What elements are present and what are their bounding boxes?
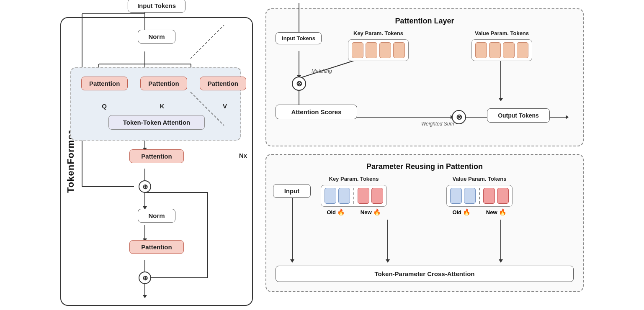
left-norm2: Norm <box>138 209 175 223</box>
param-reusing-title: Parameter Reusing in Pattention <box>276 162 574 171</box>
main-diagram: TokenFormer <box>0 0 644 310</box>
svg-text:⊗: ⊗ <box>296 79 302 88</box>
label-v: V <box>214 102 235 110</box>
svg-point-55 <box>452 110 466 124</box>
svg-marker-44 <box>297 75 301 78</box>
svg-marker-47 <box>499 98 503 101</box>
label-q: Q <box>94 102 115 110</box>
value-param-tokens-group: Value Param. Tokens <box>471 30 532 61</box>
val-new-1 <box>483 188 495 204</box>
svg-point-48 <box>292 77 306 90</box>
key-new-fire: 🔥 <box>373 208 381 216</box>
val-token-1 <box>475 42 487 58</box>
key-token-4 <box>393 42 405 58</box>
key-divider <box>353 188 354 204</box>
nx-label: Nx <box>239 152 247 159</box>
svg-text:⊕: ⊕ <box>142 274 148 282</box>
val-new-fire: 🔥 <box>499 208 507 216</box>
key-token-row <box>348 39 409 61</box>
val-old-1 <box>450 188 462 204</box>
val-old-label: Old <box>452 209 461 215</box>
key-old-1 <box>325 188 336 204</box>
br-key-param-group: Key Param. Tokens Old 🔥 <box>321 176 387 216</box>
label-k: K <box>152 102 173 110</box>
val-old-2 <box>464 188 476 204</box>
svg-marker-31 <box>143 272 147 276</box>
left-input-tokens: Input Tokens <box>128 0 185 13</box>
svg-point-24 <box>139 181 151 192</box>
svg-text:Matching: Matching <box>312 68 332 74</box>
value-token-row <box>471 39 532 61</box>
token-token-attention: Token-Token Attention <box>108 115 205 130</box>
key-old-2 <box>338 188 350 204</box>
val-token-3 <box>503 42 515 58</box>
val-new-2 <box>497 188 509 204</box>
svg-point-35 <box>139 272 151 284</box>
br-value-param-group: Value Param. Tokens Old 🔥 <box>446 176 513 216</box>
key-new-label: New <box>361 209 372 215</box>
param-reusing-panel: Parameter Reusing in Pattention Input Ke… <box>265 154 584 292</box>
val-divider <box>479 188 480 204</box>
key-param-tokens-group: Key Param. Tokens <box>348 30 409 61</box>
pattention-k: Pattention <box>140 77 187 90</box>
svg-marker-68 <box>499 259 503 263</box>
output-tokens-box: Output Tokens <box>487 108 550 123</box>
svg-marker-66 <box>386 259 390 263</box>
svg-marker-20 <box>143 181 147 184</box>
pattention-v: Pattention <box>200 77 246 90</box>
svg-marker-62 <box>566 115 569 119</box>
right-panels: Pattention Layer ⊗ Matching <box>265 8 584 292</box>
val-token-2 <box>489 42 501 58</box>
key-old-label: Old <box>327 209 336 215</box>
top-right-arrows: ⊗ Matching ⊗ Weighted Sum <box>266 9 583 146</box>
left-norm1: Norm <box>138 30 175 44</box>
pattention-q: Pattention <box>81 77 128 90</box>
svg-marker-64 <box>290 259 294 263</box>
val-token-4 <box>517 42 528 58</box>
key-new-2 <box>371 188 383 204</box>
br-input-box: Input <box>273 184 311 198</box>
pattention-bot: Pattention <box>129 240 184 254</box>
key-token-1 <box>352 42 363 58</box>
svg-marker-38 <box>143 295 147 298</box>
tr-input-tokens: Input Tokens <box>276 32 322 44</box>
svg-text:⊗: ⊗ <box>456 113 462 121</box>
key-token-2 <box>366 42 377 58</box>
attention-scores-box: Attention Scores <box>276 105 357 119</box>
key-token-3 <box>379 42 391 58</box>
key-old-fire: 🔥 <box>337 208 345 216</box>
key-new-1 <box>358 188 369 204</box>
token-param-cross-attention: Token-Parameter Cross-Attention <box>276 266 574 282</box>
pattention-layer-panel: Pattention Layer ⊗ Matching <box>265 8 584 146</box>
val-new-label: New <box>486 209 497 215</box>
svg-text:⊕: ⊕ <box>142 183 148 190</box>
pattention-mid: Pattention <box>129 149 184 163</box>
svg-marker-54 <box>451 115 453 119</box>
left-panel: TokenFormer <box>60 17 253 306</box>
svg-text:Weighted Sum: Weighted Sum <box>421 121 454 127</box>
pattention-layer-title: Pattention Layer <box>276 17 574 26</box>
val-old-fire: 🔥 <box>463 208 471 216</box>
